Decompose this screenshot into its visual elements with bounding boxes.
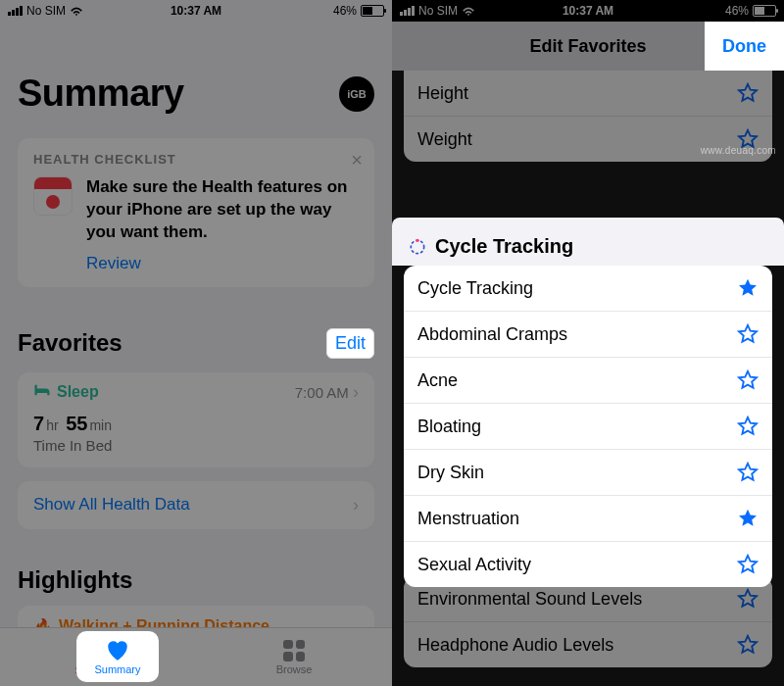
checklist-text: Make sure the Health features on your iP… <box>86 176 359 244</box>
carrier-label: No SIM <box>26 4 66 18</box>
carrier-label: No SIM <box>418 4 458 18</box>
cycle-tracking-icon <box>408 237 427 257</box>
status-bar: No SIM 10:37 AM 46% <box>0 0 392 22</box>
avatar[interactable]: iGB <box>339 76 374 112</box>
list-item-label: Bloating <box>417 416 481 437</box>
highlights-title: Highlights <box>18 566 374 594</box>
close-icon[interactable]: × <box>351 150 363 170</box>
signal-icon <box>8 6 23 16</box>
list-item[interactable]: Cycle Tracking <box>404 266 772 312</box>
list-item[interactable]: Headphone Audio Levels <box>404 622 772 667</box>
sheet-title: Edit Favorites <box>529 36 646 57</box>
battery-percent: 46% <box>725 4 749 18</box>
list-item-label: Abdominal Cramps <box>417 324 567 345</box>
show-all-health-data[interactable]: Show All Health Data › <box>18 481 374 529</box>
checklist-title: HEALTH CHECKLIST <box>33 152 359 167</box>
wifi-icon <box>70 6 83 16</box>
list-item-label: Sexual Activity <box>417 555 531 575</box>
status-bar: No SIM 10:37 AM 46% <box>392 0 784 22</box>
favorite-star-icon[interactable] <box>737 554 759 575</box>
list-item[interactable]: Height <box>404 71 772 117</box>
list-group-cycle: Cycle TrackingAbdominal CrampsAcneBloati… <box>404 266 772 587</box>
signal-icon <box>400 6 415 16</box>
wifi-icon <box>462 6 475 16</box>
watermark: www.deuaq.com <box>701 145 776 156</box>
list-item-label: Height <box>417 83 468 104</box>
list-item[interactable]: Bloating <box>404 404 772 450</box>
list-item-label: Headphone Audio Levels <box>417 635 613 656</box>
grid-icon <box>283 640 305 662</box>
list-group-hearing: Environmental Sound LevelsHeadphone Audi… <box>404 576 772 667</box>
health-checklist-card[interactable]: HEALTH CHECKLIST × Make sure the Health … <box>18 138 374 287</box>
battery-percent: 46% <box>333 4 357 18</box>
list-item[interactable]: Dry Skin <box>404 450 772 496</box>
favorites-title: Favorites <box>18 329 122 357</box>
sleep-label: Sleep <box>33 383 99 401</box>
sleep-subtitle: Time In Bed <box>33 437 359 454</box>
clock: 10:37 AM <box>133 4 259 18</box>
battery-icon <box>361 5 384 17</box>
tab-summary-highlight[interactable]: Summary <box>76 631 159 682</box>
favorite-star-icon[interactable] <box>737 462 759 483</box>
heart-icon <box>105 638 130 662</box>
list-item[interactable]: Acne <box>404 358 772 404</box>
clock: 10:37 AM <box>525 4 651 18</box>
list-item[interactable]: Menstruation <box>404 496 772 542</box>
tab-browse[interactable]: Browse <box>196 628 392 686</box>
svg-point-0 <box>411 240 423 253</box>
list-item[interactable]: Abdominal Cramps <box>404 312 772 358</box>
sleep-time: 7:00 AM <box>295 384 349 401</box>
favorite-star-icon[interactable] <box>737 634 759 656</box>
list-item[interactable]: Sexual Activity <box>404 542 772 587</box>
favorite-star-icon[interactable] <box>737 588 759 610</box>
favorite-star-icon[interactable] <box>737 82 759 104</box>
edit-button[interactable]: Edit <box>326 328 374 359</box>
review-link[interactable]: Review <box>86 254 141 273</box>
checklist-icon <box>33 176 73 216</box>
favorite-star-icon[interactable] <box>737 416 759 437</box>
list-item-label: Weight <box>417 129 472 150</box>
favorite-star-icon[interactable] <box>737 369 759 391</box>
battery-icon <box>753 5 776 17</box>
favorite-star-icon[interactable] <box>737 277 759 299</box>
bed-icon <box>33 383 51 401</box>
left-screenshot: No SIM 10:37 AM 46% Summary iGB HEALTH C… <box>0 0 392 686</box>
chevron-right-icon: › <box>353 495 359 515</box>
sleep-value: 7hr 55min <box>33 413 359 435</box>
list-item-label: Menstruation <box>417 509 519 529</box>
svg-point-1 <box>416 238 418 241</box>
list-item-label: Dry Skin <box>417 463 484 483</box>
favorite-star-icon[interactable] <box>737 323 759 345</box>
sleep-card[interactable]: Sleep 7:00 AM › 7hr 55min Time In Bed <box>18 372 374 467</box>
page-title: Summary <box>18 73 184 115</box>
right-screenshot: No SIM 10:37 AM 46% Edit Favorites Heigh… <box>392 0 784 686</box>
section-cycle-tracking: Cycle Tracking <box>392 218 784 266</box>
tab-bar: Summary Browse <box>0 627 392 686</box>
list-item-label: Cycle Tracking <box>417 278 533 299</box>
chevron-right-icon: › <box>353 382 359 402</box>
list-item-label: Acne <box>417 370 458 391</box>
favorite-star-icon[interactable] <box>737 508 759 529</box>
list-item-label: Environmental Sound Levels <box>417 589 642 610</box>
done-button[interactable]: Done <box>705 22 784 71</box>
